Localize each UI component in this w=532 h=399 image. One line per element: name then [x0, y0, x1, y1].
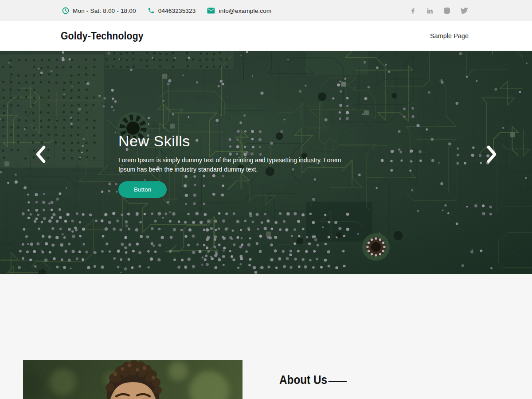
chevron-left-icon: [35, 145, 47, 164]
social-linkedin-link[interactable]: [426, 8, 433, 14]
opening-hours: Mon - Sat: 8.00 - 18.00: [62, 7, 136, 14]
nav-item-sample-page[interactable]: Sample Page: [430, 32, 469, 39]
social-instagram-link[interactable]: [443, 7, 450, 14]
about-section: About Us: [0, 274, 532, 399]
facebook-icon: [410, 8, 416, 14]
instagram-icon: [443, 7, 450, 14]
heading-underline: [329, 381, 347, 382]
email-address: info@example.com: [207, 8, 271, 14]
site-header: Goldy-Technology Sample Page: [0, 21, 532, 51]
slider-prev-button[interactable]: [35, 145, 47, 164]
phone-icon: [148, 7, 155, 14]
about-heading-text: About Us: [279, 373, 327, 387]
social-links: [410, 7, 468, 14]
topbar: Mon - Sat: 8.00 - 18.00 04463235323 info…: [0, 0, 532, 21]
phone-number-text: 04463235323: [158, 8, 196, 14]
hero-slider: New Skills Lorem Ipsum is simply dummy t…: [0, 51, 532, 274]
opening-hours-text: Mon - Sat: 8.00 - 18.00: [73, 8, 136, 14]
hero-title: New Skills: [118, 132, 342, 150]
slider-next-button[interactable]: [485, 145, 498, 164]
clock-icon: [62, 7, 69, 14]
social-facebook-link[interactable]: [410, 8, 416, 14]
email-address-text: info@example.com: [219, 8, 271, 14]
topbar-contact-group: Mon - Sat: 8.00 - 18.00 04463235323 info…: [62, 7, 271, 14]
hero-description: Lorem Ipsum is simply dummy text of the …: [118, 156, 342, 175]
hero-slide-content: New Skills Lorem Ipsum is simply dummy t…: [118, 132, 342, 198]
about-heading: About Us: [279, 373, 347, 387]
phone-number: 04463235323: [148, 7, 196, 14]
about-photo: [23, 360, 243, 399]
site-title[interactable]: Goldy-Technology: [61, 30, 144, 42]
social-twitter-link[interactable]: [461, 7, 468, 14]
twitter-icon: [461, 7, 468, 14]
hero-cta-button[interactable]: Button: [118, 181, 167, 198]
linkedin-icon: [426, 8, 433, 14]
chevron-right-icon: [485, 145, 498, 164]
envelope-icon: [207, 8, 215, 14]
main-nav: Sample Page: [430, 32, 469, 40]
